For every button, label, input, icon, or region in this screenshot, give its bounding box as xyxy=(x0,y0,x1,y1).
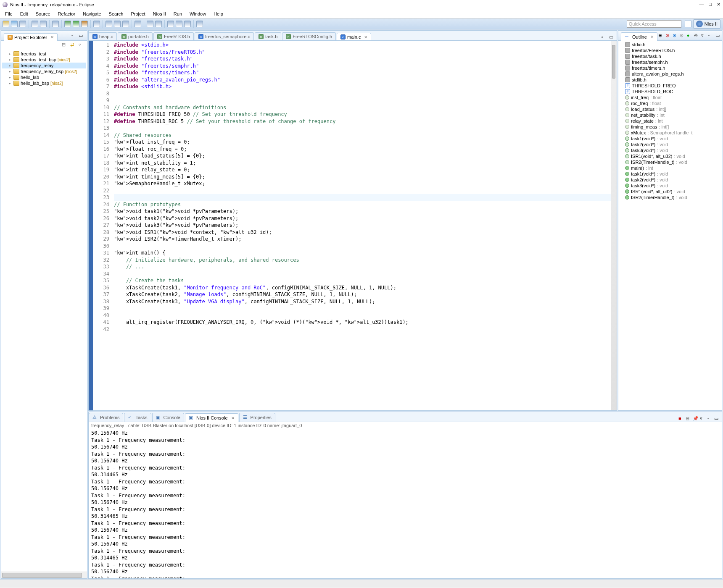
horizontal-scrollbar[interactable] xyxy=(1,572,87,578)
outline-item[interactable]: timing_meas : int[] xyxy=(619,124,721,130)
close-icon[interactable]: ✕ xyxy=(650,34,654,39)
hide-fields-icon[interactable]: ⊘ xyxy=(665,33,671,39)
project-freertos_test[interactable]: ▸freertos_test xyxy=(2,51,86,57)
console-tab-properties[interactable]: ☰Properties xyxy=(239,413,275,422)
expand-icon[interactable]: ▸ xyxy=(7,58,12,62)
profile-icon[interactable] xyxy=(93,21,100,27)
outline-item[interactable]: ISR2(TimerHandle_t) : void xyxy=(619,159,721,165)
outline-item[interactable]: freertos/FreeRTOS.h xyxy=(619,47,721,53)
outline-item[interactable]: inst_freq : float xyxy=(619,94,721,100)
outline-item[interactable]: task1(void*) : void xyxy=(619,171,721,177)
close-icon[interactable]: ✕ xyxy=(231,416,235,420)
outline-item[interactable]: ISR1(void*, alt_u32) : void xyxy=(619,189,721,194)
back-icon[interactable] xyxy=(176,21,182,27)
console-output[interactable]: 50.156740 HzTask 1 - Frequency measureme… xyxy=(89,429,722,578)
menu-window[interactable]: Window xyxy=(186,10,209,17)
save-all-icon[interactable] xyxy=(19,21,26,27)
outline-item[interactable]: roc_freq : float xyxy=(619,100,721,106)
open-perspective-icon[interactable] xyxy=(685,21,691,27)
minimize-panel-icon[interactable]: ▫ xyxy=(707,416,713,422)
editor-tab-FreeRTOSConfig.h[interactable]: hFreeRTOSConfig.h xyxy=(282,32,336,40)
new-folder-icon[interactable] xyxy=(122,21,129,27)
editor-tab-portable.h[interactable]: hportable.h xyxy=(118,32,153,40)
menu-edit[interactable]: Edit xyxy=(17,10,32,17)
menu-file[interactable]: File xyxy=(2,10,16,17)
link-editor-icon[interactable]: ⇄ xyxy=(70,42,76,48)
outline-item[interactable]: ISR2(TimerHandle_t) : void xyxy=(619,194,721,200)
outline-item[interactable]: task3(void*) : void xyxy=(619,183,721,189)
outline-item[interactable]: task1(void*) : void xyxy=(619,136,721,142)
outline-item[interactable]: stdio.h xyxy=(619,42,721,47)
project-tree[interactable]: ▸freertos_test▸freertos_test_bsp [nios2]… xyxy=(1,49,87,572)
menu-run[interactable]: Run xyxy=(170,10,185,17)
sort-icon[interactable]: ⊕ xyxy=(658,33,664,39)
menu-source[interactable]: Source xyxy=(32,10,54,17)
editor-tab-main.c[interactable]: cmain.c✕ xyxy=(337,33,371,41)
outline-item[interactable]: relay_state : int xyxy=(619,118,721,124)
project-hello_lab_bsp[interactable]: ▸hello_lab_bsp [nios2] xyxy=(2,80,86,86)
expand-icon[interactable]: ▸ xyxy=(7,81,12,85)
expand-icon[interactable]: ▸ xyxy=(7,75,12,79)
console-tab-nios-ii-console[interactable]: ▣Nios II Console✕ xyxy=(185,413,238,422)
minimize-panel-icon[interactable]: ▫ xyxy=(71,33,77,39)
project-explorer-tab[interactable]: ⊞ Project Explorer ✕ xyxy=(4,33,58,41)
editor-tab-task.h[interactable]: htask.h xyxy=(255,32,281,40)
debug-icon[interactable] xyxy=(64,21,71,27)
code-area[interactable]: #include <stdio.h>#include "freertos/Fre… xyxy=(112,41,617,410)
expand-icon[interactable]: ▸ xyxy=(7,69,12,74)
external-icon[interactable] xyxy=(81,21,88,27)
annotation-prev-icon[interactable] xyxy=(147,21,153,27)
maximize-editor-icon[interactable]: ▭ xyxy=(609,34,615,40)
console-tab-tasks[interactable]: ✓Tasks xyxy=(124,413,151,422)
new-icon[interactable] xyxy=(3,21,9,27)
outline-item[interactable]: freertos/task.h xyxy=(619,53,721,59)
new-class-icon[interactable] xyxy=(114,21,121,27)
console-tab-problems[interactable]: ⚠Problems xyxy=(89,413,123,422)
outline-item[interactable]: #THRESHOLD_FREQ xyxy=(619,83,721,89)
close-button[interactable]: ✕ xyxy=(717,2,720,7)
maximize-button[interactable]: □ xyxy=(709,2,712,7)
pin-icon[interactable] xyxy=(196,21,203,27)
maximize-panel-icon[interactable]: ▭ xyxy=(715,33,721,39)
menu-navigate[interactable]: Navigate xyxy=(79,10,104,17)
menu-nios ii[interactable]: Nios II xyxy=(150,10,169,17)
last-edit-icon[interactable] xyxy=(167,21,174,27)
outline-tab[interactable]: ☰ Outline ✕ xyxy=(621,32,657,41)
build-all-icon[interactable] xyxy=(40,21,47,27)
remove-launch-icon[interactable]: ⊟ xyxy=(686,416,691,422)
collapse-all-icon[interactable]: ⊟ xyxy=(62,42,68,48)
menu-search[interactable]: Search xyxy=(106,10,127,17)
save-icon[interactable] xyxy=(11,21,18,27)
toggle-icon[interactable] xyxy=(52,21,59,27)
outline-item[interactable]: #THRESHOLD_ROC xyxy=(619,89,721,94)
outline-item[interactable]: task2(void*) : void xyxy=(619,142,721,147)
outline-item[interactable]: task2(void*) : void xyxy=(619,177,721,183)
code-editor[interactable]: 1234567891011121314151617181920212223242… xyxy=(89,41,617,410)
outline-tree[interactable]: stdio.hfreertos/FreeRTOS.hfreertos/task.… xyxy=(618,41,722,410)
pin-icon[interactable]: 📌 xyxy=(693,416,699,422)
minimize-panel-icon[interactable]: ▫ xyxy=(708,33,714,39)
view-menu-icon[interactable]: ▿ xyxy=(700,416,706,422)
outline-item[interactable]: ISR1(void*, alt_u32) : void xyxy=(619,153,721,159)
outline-item[interactable]: freertos/timers.h xyxy=(619,65,721,71)
editor-tab-FreeRTOS.h[interactable]: hFreeRTOS.h xyxy=(153,32,194,40)
minimize-button[interactable]: — xyxy=(699,2,704,7)
expand-icon[interactable]: ▸ xyxy=(7,63,12,68)
vertical-scrollbar[interactable] xyxy=(611,41,617,410)
perspective-button[interactable]: Nios II xyxy=(693,19,720,29)
outline-item[interactable]: xMutex : SemaphoreHandle_t xyxy=(619,130,721,136)
project-hello_lab[interactable]: ▸hello_lab xyxy=(2,74,86,80)
hide-nonpublic-icon[interactable]: ⊙ xyxy=(680,33,686,39)
search-icon[interactable] xyxy=(135,21,141,27)
close-icon[interactable]: ✕ xyxy=(50,35,54,39)
outline-item[interactable]: altera_avalon_pio_regs.h xyxy=(619,71,721,77)
outline-item[interactable]: stdlib.h xyxy=(619,77,721,83)
view-menu-icon[interactable]: ▿ xyxy=(701,33,707,39)
hide-static-icon[interactable]: ⊗ xyxy=(673,33,678,39)
terminate-icon[interactable]: ■ xyxy=(678,416,684,422)
console-tab-console[interactable]: ▣Console xyxy=(152,413,184,422)
view-menu-icon[interactable]: ▿ xyxy=(79,42,84,48)
outline-item[interactable]: main() : int xyxy=(619,165,721,171)
outline-item[interactable]: freertos/semphr.h xyxy=(619,59,721,65)
menu-project[interactable]: Project xyxy=(127,10,148,17)
